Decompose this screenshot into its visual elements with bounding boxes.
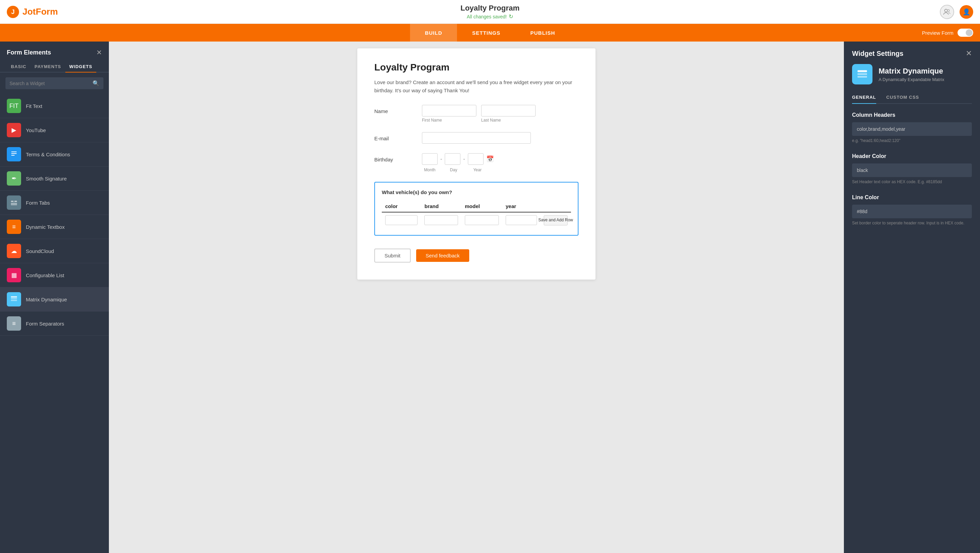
matrix-dynamique-icon <box>7 292 21 306</box>
widget-info-text: Matrix Dynamique A Dynamically Expandabl… <box>878 67 944 82</box>
widget-settings-body: Column Headers e.g. "head1:60,head2:120"… <box>844 104 980 244</box>
submit-button[interactable]: Submit <box>374 249 411 263</box>
ws-tab-general[interactable]: GENERAL <box>852 91 876 104</box>
name-inputs-area: First Name Last Name <box>422 105 579 123</box>
widget-settings-tabs: GENERAL CUSTOM CSS <box>852 91 972 104</box>
saved-status: All changes saved! ↻ <box>460 13 520 20</box>
email-inputs-area <box>422 132 579 144</box>
ws-tab-custom-css[interactable]: CUSTOM CSS <box>886 91 919 104</box>
widget-label-form-separators: Form Separators <box>26 321 64 327</box>
close-widget-settings-button[interactable]: ✕ <box>966 49 972 58</box>
nav-bar: BUILD SETTINGS PUBLISH Preview Form <box>0 24 980 41</box>
tab-basic[interactable]: BASIC <box>7 61 30 73</box>
send-feedback-button[interactable]: Send feedback <box>416 249 469 262</box>
widget-label-form-tabs: Form Tabs <box>26 200 50 206</box>
close-sidebar-button[interactable]: ✕ <box>96 48 102 57</box>
tab-settings[interactable]: SETTINGS <box>457 24 515 41</box>
widget-item-terms[interactable]: Terms & Conditions <box>0 142 109 167</box>
tab-publish[interactable]: PUBLISH <box>515 24 570 41</box>
form-title[interactable]: Loyalty Program <box>460 4 520 13</box>
svg-rect-11 <box>11 298 17 299</box>
logo-text: JotForm <box>22 6 58 17</box>
sidebar-title: Form Elements <box>7 49 51 56</box>
matrix-col-header-year: year <box>502 201 540 212</box>
widget-settings-title: Widget Settings <box>852 50 904 57</box>
matrix-data-row: Save and Add Row <box>382 212 571 228</box>
first-name-input[interactable] <box>422 105 476 116</box>
last-name-input[interactable] <box>481 105 536 116</box>
widget-label-soundcloud: SoundCloud <box>26 248 54 254</box>
widget-label-fit-text: Fit Text <box>26 103 42 109</box>
svg-rect-10 <box>11 296 17 298</box>
ws-section-header-color: Header Color Set Header text color as HE… <box>852 153 972 185</box>
matrix-cell-year <box>502 212 540 228</box>
birthday-month-input[interactable] <box>422 153 438 165</box>
right-sidebar: Widget Settings ✕ Matrix Dynamique A Dyn… <box>844 41 980 553</box>
last-name-label: Last Name <box>481 118 536 123</box>
collaborators-icon[interactable] <box>940 5 954 19</box>
search-box: 🔍 <box>5 77 103 89</box>
name-sub-labels-row: First Name Last Name <box>422 116 579 123</box>
widget-item-form-separators[interactable]: ≡ Form Separators <box>0 312 109 336</box>
day-label: Day <box>446 167 461 172</box>
name-inputs-row <box>422 105 579 116</box>
user-avatar[interactable]: 👤 <box>959 5 973 19</box>
widget-item-fit-text[interactable]: FIT Fit Text <box>0 94 109 118</box>
birthday-year-input[interactable] <box>468 153 484 165</box>
matrix-col-header-model: model <box>461 201 502 212</box>
matrix-input-brand[interactable] <box>424 215 458 225</box>
birthday-day-input[interactable] <box>445 153 460 165</box>
save-add-row-button[interactable]: Save and Add Row <box>544 215 568 225</box>
widget-info-area: Matrix Dynamique A Dynamically Expandabl… <box>844 64 980 91</box>
birthday-sep-1: - <box>440 156 442 162</box>
fit-text-icon: FIT <box>7 99 21 113</box>
soundcloud-icon: ☁ <box>7 244 21 258</box>
sidebar-tabs-row: BASIC PAYMENTS WIDGETS <box>0 61 109 73</box>
matrix-input-year[interactable] <box>506 215 537 225</box>
birthday-sub-labels: Month Day Year <box>422 166 579 172</box>
widget-item-matrix-dynamique[interactable]: Matrix Dynamique <box>0 287 109 312</box>
ws-section-line-color: Line Color Set border color to seperate … <box>852 194 972 226</box>
column-headers-input[interactable] <box>852 122 972 136</box>
tab-widgets[interactable]: WIDGETS <box>65 61 97 73</box>
svg-rect-12 <box>11 300 17 301</box>
matrix-table: color brand model year <box>382 201 571 228</box>
top-bar: J JotForm Loyalty Program All changes sa… <box>0 0 980 24</box>
month-label: Month <box>422 167 438 172</box>
svg-rect-7 <box>11 201 14 202</box>
widget-item-form-tabs[interactable]: Form Tabs <box>0 191 109 215</box>
widget-item-smooth-sig[interactable]: ✒ Smooth Signature <box>0 167 109 191</box>
search-icon[interactable]: 🔍 <box>92 80 99 86</box>
email-field: E-mail <box>374 132 579 144</box>
preview-form-label: Preview Form <box>922 30 953 36</box>
form-separators-icon: ≡ <box>7 316 21 331</box>
name-field: Name First Name Last Name <box>374 105 579 123</box>
widget-item-configurable-list[interactable]: ▦ Configurable List <box>0 263 109 287</box>
widget-item-soundcloud[interactable]: ☁ SoundCloud <box>0 239 109 263</box>
form-card: Loyalty Program Love our brand? Create a… <box>357 48 595 280</box>
svg-point-2 <box>945 9 947 12</box>
header-color-input[interactable] <box>852 163 972 177</box>
calendar-icon[interactable]: 📅 <box>486 155 494 163</box>
smooth-sig-icon: ✒ <box>7 171 21 186</box>
search-input[interactable] <box>10 81 90 86</box>
preview-toggle[interactable] <box>958 29 973 37</box>
matrix-input-color[interactable] <box>385 215 417 225</box>
line-color-input[interactable] <box>852 205 972 218</box>
matrix-input-model[interactable] <box>465 215 499 225</box>
form-area: Loyalty Program Love our brand? Create a… <box>109 41 844 553</box>
svg-rect-4 <box>11 151 17 152</box>
email-input[interactable] <box>422 132 531 144</box>
matrix-cell-action: Save and Add Row <box>540 212 571 228</box>
widget-item-youtube[interactable]: ▶ YouTube <box>0 118 109 142</box>
svg-text:J: J <box>11 8 14 15</box>
tab-build[interactable]: BUILD <box>410 24 457 41</box>
widget-item-dynamic-textbox[interactable]: ≡ Dynamic Textbox <box>0 215 109 239</box>
column-headers-label: Column Headers <box>852 112 972 118</box>
widget-settings-header: Widget Settings ✕ <box>844 41 980 64</box>
form-heading: Loyalty Program <box>374 62 579 73</box>
logo-area: J JotForm <box>7 6 58 18</box>
header-color-hint: Set Header text color as HEX code. E.g. … <box>852 179 972 185</box>
tab-payments[interactable]: PAYMENTS <box>30 61 65 73</box>
matrix-col-header-brand: brand <box>421 201 461 212</box>
